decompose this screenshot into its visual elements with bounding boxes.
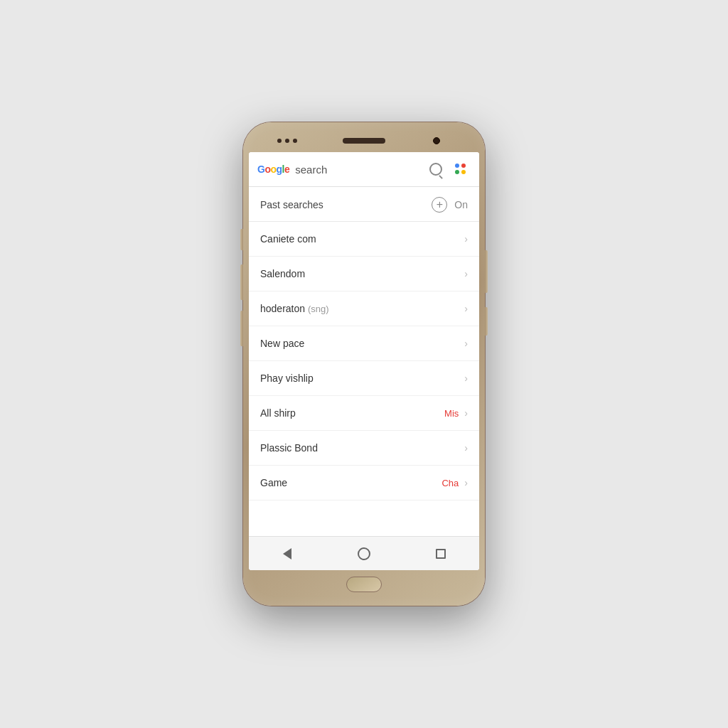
camera-button[interactable] bbox=[240, 311, 243, 346]
apps-dot-red bbox=[461, 164, 466, 168]
search-list: Caniete com › Salendom › hoderaton (sng)… bbox=[249, 222, 479, 536]
chevron-right-icon: › bbox=[464, 407, 468, 419]
power-button[interactable] bbox=[485, 250, 488, 293]
past-searches-header: Past searches + On bbox=[249, 187, 479, 222]
home-icon bbox=[358, 547, 370, 560]
past-searches-status: On bbox=[454, 199, 468, 210]
google-logo: Google bbox=[257, 164, 289, 175]
search-item-text: Phay vishlip bbox=[260, 373, 461, 384]
search-item-text: Game bbox=[260, 477, 441, 488]
volume-up-button[interactable] bbox=[240, 229, 243, 250]
sensor-dot bbox=[285, 139, 289, 143]
chevron-right-icon: › bbox=[464, 373, 468, 384]
chevron-right-icon: › bbox=[464, 233, 468, 245]
search-item[interactable]: Phay vishlip › bbox=[249, 361, 479, 396]
chevron-right-icon: › bbox=[464, 338, 468, 349]
logo-e-red: e bbox=[284, 164, 289, 175]
search-item-text: All shirp bbox=[260, 407, 444, 419]
logo-o-yellow: o bbox=[270, 164, 276, 175]
bixby-button[interactable] bbox=[485, 307, 488, 336]
logo-g-blue: G bbox=[257, 164, 264, 175]
earpiece-speaker bbox=[343, 138, 385, 144]
lens-icon bbox=[429, 163, 442, 176]
sensor-dot bbox=[277, 139, 282, 143]
chevron-right-icon: › bbox=[464, 303, 468, 314]
search-item-text: Caniete com bbox=[260, 233, 461, 245]
search-item[interactable]: Caniete com › bbox=[249, 222, 479, 257]
search-input[interactable]: search bbox=[295, 164, 421, 176]
search-item[interactable]: Salendom › bbox=[249, 257, 479, 291]
search-item-text: Salendom bbox=[260, 268, 461, 279]
phone-frame: Google search Past searches bbox=[243, 122, 485, 606]
logo-g-blue2: g bbox=[277, 164, 282, 175]
screen-content: Google search Past searches bbox=[249, 152, 479, 570]
chevron-right-icon: › bbox=[464, 477, 468, 488]
apps-dot-yellow bbox=[461, 170, 466, 174]
back-icon bbox=[283, 548, 291, 560]
front-camera bbox=[433, 137, 440, 144]
search-bar[interactable]: Google search bbox=[249, 152, 479, 187]
apps-dot-blue bbox=[455, 164, 459, 168]
search-item[interactable]: Game Cha › bbox=[249, 466, 479, 500]
search-item[interactable]: Plassic Bond › bbox=[249, 431, 479, 466]
past-searches-label: Past searches bbox=[260, 199, 432, 210]
lens-search-button[interactable] bbox=[427, 160, 445, 178]
recents-button[interactable] bbox=[428, 541, 454, 567]
search-item[interactable]: hoderaton (sng) › bbox=[249, 291, 479, 326]
chevron-right-icon: › bbox=[464, 442, 468, 454]
phone-screen: Google search Past searches bbox=[249, 152, 479, 570]
google-apps-button[interactable] bbox=[451, 159, 471, 179]
phone-bottom bbox=[249, 570, 479, 599]
add-search-button[interactable]: + bbox=[432, 197, 447, 213]
physical-home-button[interactable] bbox=[346, 577, 382, 592]
sensor-dot bbox=[293, 139, 297, 143]
android-nav-bar bbox=[249, 536, 479, 570]
volume-down-button[interactable] bbox=[240, 264, 243, 300]
phone-top-bar bbox=[249, 129, 479, 152]
search-item-text: Plassic Bond bbox=[260, 442, 461, 454]
chevron-right-icon: › bbox=[464, 268, 468, 279]
search-item-text: New pace bbox=[260, 338, 461, 349]
search-item-subtext: (sng) bbox=[308, 304, 329, 314]
phone-sensors bbox=[277, 139, 297, 143]
search-item-badge: Cha bbox=[441, 478, 459, 488]
recents-icon bbox=[436, 549, 446, 559]
home-button[interactable] bbox=[351, 541, 377, 567]
apps-dot-green bbox=[455, 170, 459, 174]
search-item[interactable]: New pace › bbox=[249, 326, 479, 361]
search-item-text: hoderaton (sng) bbox=[260, 303, 461, 314]
search-item-badge: Mis bbox=[444, 408, 459, 419]
back-button[interactable] bbox=[274, 541, 300, 567]
apps-grid-icon bbox=[455, 164, 466, 175]
search-item[interactable]: All shirp Mis › bbox=[249, 396, 479, 431]
